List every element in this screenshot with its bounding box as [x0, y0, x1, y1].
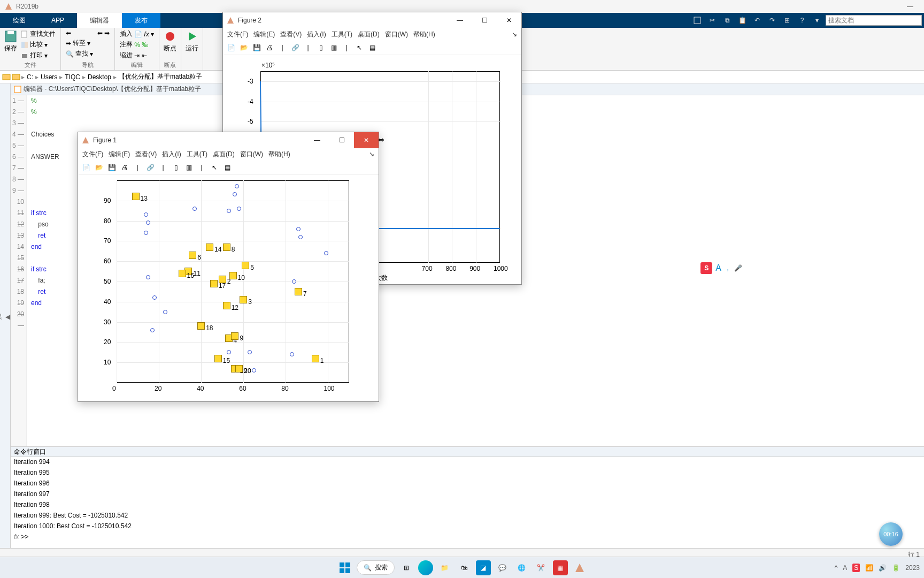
clock[interactable]: 2023	[905, 564, 920, 572]
print-icon[interactable]: 🖨	[119, 162, 130, 173]
app-icon-2[interactable]: ▦	[553, 560, 568, 575]
tab-editor[interactable]: 编辑器	[77, 13, 122, 28]
goto-button[interactable]: ➡ 转至 ▾	[64, 38, 95, 48]
figure2-close[interactable]: ✕	[497, 12, 521, 28]
redo-icon[interactable]: ↷	[766, 15, 779, 26]
timer-bubble[interactable]: 00:16	[879, 522, 903, 546]
battery-icon[interactable]: 🔋	[892, 564, 900, 572]
resize-cursor-icon: ⇔	[378, 135, 384, 144]
minimize-btn[interactable]: —	[900, 3, 920, 10]
figure1-maximize[interactable]: ☐	[329, 132, 354, 148]
figure1-menubar: 文件(F) 编辑(E) 查看(V) 插入(I) 工具(T) 桌面(D) 窗口(W…	[78, 148, 379, 160]
figure2-toolbar: 📄 📂 💾 🖨 | 🔗 | ▯ ▥ | ↖ ▤	[223, 40, 521, 55]
insert-button[interactable]: 插入 📄 fx ▾	[118, 29, 155, 39]
figure1-minimize[interactable]: —	[305, 132, 329, 148]
figure2-maximize[interactable]: ☐	[472, 12, 497, 28]
wifi-icon[interactable]: 📶	[865, 564, 873, 572]
bc-seg-0[interactable]: C:	[26, 73, 34, 81]
pointer-icon[interactable]: ↖	[353, 42, 365, 54]
command-window[interactable]: Iteration 994Iteration 995Iteration 996I…	[11, 457, 924, 548]
save-icon[interactable]: 💾	[106, 162, 118, 173]
open-icon[interactable]: 📂	[93, 162, 105, 173]
insert-icon[interactable]: ▤	[366, 42, 378, 54]
indent-button[interactable]: 缩进 ⇥ ⇤	[118, 50, 155, 60]
link-icon[interactable]: 🔗	[289, 42, 301, 54]
bc-seg-2[interactable]: TIQC	[64, 73, 81, 81]
find-button[interactable]: 🔍 查找 ▾	[64, 49, 95, 59]
undo-icon[interactable]: ↶	[751, 15, 764, 26]
svg-marker-13	[227, 17, 234, 24]
folder-icon[interactable]	[12, 73, 20, 81]
open-icon[interactable]: 📂	[238, 42, 250, 54]
tab-plot[interactable]: 绘图	[0, 13, 38, 28]
link-icon[interactable]: 🔗	[144, 162, 156, 173]
save-icon[interactable]	[691, 15, 704, 26]
layout1-icon[interactable]: ▯	[170, 162, 182, 173]
print-icon[interactable]: 🖨	[264, 42, 275, 54]
tab-publish[interactable]: 发布	[122, 13, 160, 28]
layout1-icon[interactable]: ▯	[315, 42, 327, 54]
help-icon[interactable]: ?	[796, 15, 808, 26]
compare-button[interactable]: 比较 ▾	[19, 40, 57, 50]
pointer-icon[interactable]: ↖	[209, 162, 220, 173]
comment-button[interactable]: 注释 % ‰	[118, 40, 155, 50]
svg-rect-17	[340, 568, 344, 573]
browser2-icon[interactable]: 🌐	[514, 560, 529, 575]
save-icon[interactable]: 💾	[251, 42, 263, 54]
svg-rect-12	[14, 86, 21, 93]
line-gutter: 1 —2 —3 —4 —5 —6 —7 —8 —9 —10 —11 —12 —1…	[11, 95, 27, 446]
ime-mic-icon[interactable]: 🎤	[734, 264, 742, 272]
store-icon[interactable]: 🛍	[457, 560, 472, 575]
insert-icon[interactable]: ▤	[221, 162, 233, 173]
figure2-minimize[interactable]: —	[448, 12, 472, 28]
snip-icon[interactable]: ✂️	[534, 560, 549, 575]
bc-seg-1[interactable]: Users	[40, 73, 58, 81]
tray-up-icon[interactable]: ^	[835, 564, 838, 572]
bc-seg-3[interactable]: Desktop	[87, 73, 112, 81]
tab-app[interactable]: APP	[38, 13, 77, 28]
run-button[interactable]: 运行	[184, 29, 199, 54]
nav-fwd-button[interactable]: ⬅ ➡	[96, 29, 111, 37]
new-icon[interactable]: 📄	[80, 162, 92, 173]
svg-marker-9	[189, 32, 196, 41]
volume-icon[interactable]: 🔊	[879, 564, 887, 572]
find-files-button[interactable]: 查找文件	[19, 29, 57, 39]
bc-seg-4[interactable]: 【优化分配】基于matlab粒子	[118, 72, 203, 81]
wechat-icon[interactable]: 💬	[495, 560, 510, 575]
copy-icon[interactable]: ⧉	[721, 15, 734, 26]
figure1-close[interactable]: ✕	[354, 132, 379, 148]
dropdown-icon[interactable]: ▾	[811, 15, 823, 26]
edge-icon[interactable]	[418, 560, 433, 575]
prompt: >>	[21, 533, 28, 541]
figure1-window[interactable]: Figure 1 — ☐ ✕ 文件(F) 编辑(E) 查看(V) 插入(I) 工…	[78, 132, 379, 402]
matlab-fig-icon	[81, 136, 90, 144]
nav-back-button[interactable]: ⬅	[64, 29, 95, 37]
save-button[interactable]: 保存	[3, 29, 18, 54]
folder-back-icon[interactable]	[2, 73, 11, 81]
edit-group-label: 编辑	[118, 61, 155, 69]
sogou-icon[interactable]: S	[700, 262, 712, 274]
matlab-task-icon[interactable]	[572, 560, 587, 575]
print-button[interactable]: 打印 ▾	[19, 50, 57, 60]
svg-rect-18	[345, 568, 350, 573]
tray-s-icon: S	[852, 564, 860, 572]
paste-icon[interactable]: 📋	[736, 15, 749, 26]
taskview-icon[interactable]: ⊞	[399, 560, 414, 575]
search-docs-input[interactable]	[826, 15, 922, 26]
sb-arrow[interactable]: ◀	[5, 313, 10, 321]
new-icon[interactable]: 📄	[225, 42, 237, 54]
start-button[interactable]	[337, 560, 352, 575]
ime-punct-icon: ，	[725, 264, 731, 273]
command-window-title: 命令行窗口	[11, 446, 924, 457]
app-icon-1[interactable]: ◪	[476, 560, 491, 575]
taskbar-search[interactable]: 🔍 搜索	[357, 560, 395, 575]
explorer-icon[interactable]: 📁	[437, 560, 452, 575]
window-icon[interactable]: ⊞	[781, 15, 794, 26]
figure1-title: Figure 1	[93, 136, 305, 144]
layout2-icon[interactable]: ▥	[183, 162, 195, 173]
svg-rect-1	[694, 17, 700, 24]
breakpoint-button[interactable]: 断点	[163, 29, 178, 54]
cut-icon[interactable]: ✂	[706, 15, 719, 26]
tray-a-icon: A	[843, 564, 847, 572]
layout2-icon[interactable]: ▥	[328, 42, 340, 54]
